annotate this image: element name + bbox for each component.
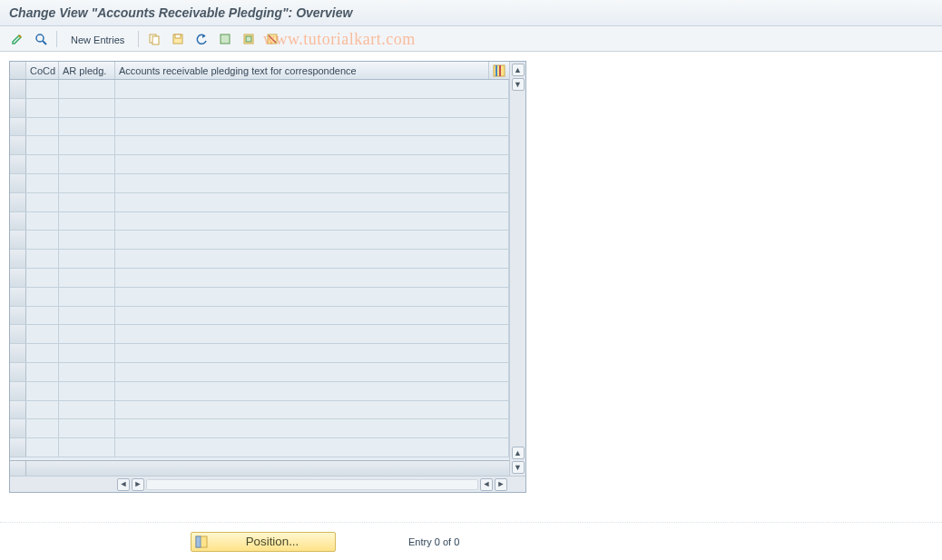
table-row[interactable] [10,344,509,363]
table-row[interactable] [10,174,509,193]
scroll-down-icon[interactable]: ▼ [512,461,525,474]
cell-cocd[interactable] [26,382,59,400]
cell-ar-pledg[interactable] [59,212,115,231]
cell-ar-pledg[interactable] [59,344,115,362]
row-selector[interactable] [10,363,26,381]
cell-text[interactable] [115,212,509,231]
cell-text[interactable] [115,419,509,437]
scroll-up-icon[interactable]: ▲ [512,447,525,459]
table-row[interactable] [10,325,509,344]
cell-text[interactable] [115,307,509,325]
select-all-icon[interactable] [215,30,235,48]
row-selector[interactable] [10,288,26,306]
horizontal-scrollbar[interactable]: ◄ ► ◄ ► [10,476,525,492]
cell-ar-pledg[interactable] [59,363,115,381]
table-row[interactable] [10,419,509,438]
row-selector[interactable] [10,118,26,136]
cell-cocd[interactable] [26,250,59,268]
cell-ar-pledg[interactable] [59,269,115,287]
cell-text[interactable] [115,174,509,192]
cell-ar-pledg[interactable] [59,419,115,437]
row-selector[interactable] [10,99,26,117]
scroll-right-icon[interactable]: ► [495,478,507,491]
scrollbar-track[interactable] [146,479,478,490]
new-entries-button[interactable]: New Entries [64,30,131,48]
vertical-scrollbar[interactable]: ▲ ▼ ▲ ▼ [509,62,525,476]
table-row[interactable] [10,250,509,269]
cell-ar-pledg[interactable] [59,118,115,136]
cell-text[interactable] [115,344,509,362]
cell-ar-pledg[interactable] [59,174,115,192]
row-selector[interactable] [10,231,26,249]
row-selector[interactable] [10,250,26,268]
undo-icon[interactable] [191,30,211,48]
cell-ar-pledg[interactable] [59,231,115,249]
row-selector[interactable] [10,193,26,211]
row-selector[interactable] [10,382,26,400]
scroll-left-icon[interactable]: ◄ [117,478,130,491]
table-row[interactable] [10,99,509,118]
cell-ar-pledg[interactable] [59,99,115,117]
cell-text[interactable] [115,193,509,211]
cell-text[interactable] [115,231,509,249]
cell-ar-pledg[interactable] [59,382,115,400]
cell-text[interactable] [115,382,509,400]
deselect-all-icon[interactable] [262,30,282,48]
cell-cocd[interactable] [26,212,59,231]
table-row[interactable] [10,438,509,457]
cell-cocd[interactable] [26,99,59,117]
cell-cocd[interactable] [26,344,59,362]
cell-text[interactable] [115,155,509,173]
table-row[interactable] [10,212,509,231]
row-selector[interactable] [10,401,26,419]
change-icon[interactable] [7,30,27,48]
column-header-cocd[interactable]: CoCd [26,62,59,79]
row-selector-header[interactable] [10,62,26,79]
cell-text[interactable] [115,99,509,117]
cell-ar-pledg[interactable] [59,136,115,154]
row-selector[interactable] [10,136,26,154]
cell-ar-pledg[interactable] [59,307,115,325]
cell-ar-pledg[interactable] [59,80,115,98]
cell-ar-pledg[interactable] [59,438,115,457]
table-row[interactable] [10,288,509,307]
table-settings-icon[interactable] [489,62,509,79]
table-row[interactable] [10,231,509,250]
cell-cocd[interactable] [26,307,59,325]
position-button[interactable]: Position... [191,532,336,552]
copy-icon[interactable] [144,30,164,48]
details-icon[interactable] [31,30,51,48]
row-selector[interactable] [10,212,26,231]
row-selector[interactable] [10,307,26,325]
cell-text[interactable] [115,288,509,306]
cell-cocd[interactable] [26,136,59,154]
cell-cocd[interactable] [26,174,59,192]
cell-text[interactable] [115,80,509,98]
row-selector[interactable] [10,155,26,173]
cell-cocd[interactable] [26,325,59,343]
cell-cocd[interactable] [26,231,59,249]
table-row[interactable] [10,136,509,155]
row-selector[interactable] [10,438,26,457]
cell-cocd[interactable] [26,80,59,98]
cell-text[interactable] [115,118,509,136]
cell-text[interactable] [115,438,509,457]
cell-ar-pledg[interactable] [59,401,115,419]
cell-ar-pledg[interactable] [59,155,115,173]
cell-cocd[interactable] [26,155,59,173]
column-header-text[interactable]: Accounts receivable pledging text for co… [115,62,489,79]
row-selector[interactable] [10,419,26,437]
scroll-down-icon[interactable]: ▼ [512,78,525,91]
table-row[interactable] [10,80,509,99]
scroll-right-icon[interactable]: ► [132,478,144,491]
row-selector[interactable] [10,344,26,362]
cell-ar-pledg[interactable] [59,325,115,343]
select-block-icon[interactable] [239,30,259,48]
cell-text[interactable] [115,250,509,268]
table-row[interactable] [10,155,509,174]
table-row[interactable] [10,307,509,326]
cell-ar-pledg[interactable] [59,193,115,211]
scroll-left-icon[interactable]: ◄ [480,478,493,491]
table-row[interactable] [10,118,509,137]
cell-cocd[interactable] [26,288,59,306]
